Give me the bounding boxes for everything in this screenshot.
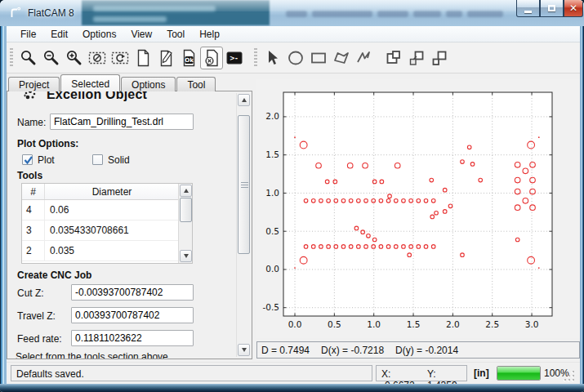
zoom-fit-icon <box>19 48 38 68</box>
copy-objects-icon <box>384 48 403 68</box>
new-project-button[interactable] <box>132 47 154 69</box>
plot-figure[interactable]: 0.00.51.01.52.02.53.0-0.50.00.51.01.52.0 <box>256 79 580 338</box>
svg-text:1.5: 1.5 <box>407 319 421 329</box>
travel-z-input[interactable] <box>71 307 194 323</box>
name-label: Name: <box>17 117 46 128</box>
paste-geometry-button[interactable] <box>428 47 451 69</box>
clear-plot-button[interactable] <box>86 47 109 69</box>
window-border-right <box>580 26 584 392</box>
tab-project[interactable]: Project <box>8 77 60 91</box>
svg-text:1.0: 1.0 <box>367 319 381 329</box>
pointer-tool-button[interactable] <box>261 47 284 69</box>
tool-number: 4 <box>22 200 45 220</box>
minimize-button[interactable] <box>516 0 540 17</box>
menu-bar: File Edit Options View Tool Help <box>7 26 580 42</box>
replot-icon <box>110 48 130 68</box>
solid-checkbox[interactable] <box>92 154 103 165</box>
svg-text:0.0: 0.0 <box>265 264 279 274</box>
scroll-down-arrow[interactable] <box>180 250 192 262</box>
close-button[interactable]: ✕ <box>564 0 583 17</box>
scrollbar-thumb[interactable] <box>180 198 192 222</box>
zoom-out-button[interactable] <box>40 47 63 69</box>
zoom-out-icon <box>42 48 61 68</box>
draw-rectangle-button[interactable] <box>307 47 330 69</box>
plot-checkbox-label: Plot <box>38 154 55 166</box>
plot-checkbox[interactable] <box>22 154 33 165</box>
scroll-up-arrow[interactable] <box>180 185 192 197</box>
zoom-fit-button[interactable] <box>17 47 40 69</box>
menu-edit[interactable]: Edit <box>43 27 75 42</box>
svg-text:1.5: 1.5 <box>265 149 279 159</box>
tool-number: 2 <box>22 241 45 261</box>
copy-objects-button[interactable] <box>382 47 405 69</box>
svg-text:0.5: 0.5 <box>328 319 341 329</box>
maximize-icon <box>548 5 555 11</box>
table-row[interactable]: 4 0.06 <box>22 200 192 220</box>
menu-view[interactable]: View <box>123 27 159 42</box>
menu-file[interactable]: File <box>13 27 43 42</box>
cut-z-input[interactable] <box>71 284 194 301</box>
tools-table-header[interactable]: # Diameter <box>22 184 192 200</box>
copy-geometry-icon <box>407 48 426 68</box>
new-file-icon <box>133 48 153 68</box>
scroll-up-arrow[interactable] <box>238 94 250 106</box>
window-border-bottom <box>0 384 584 392</box>
polyline-tool-icon <box>354 48 374 68</box>
aero-ghost-block <box>82 0 270 25</box>
measurement-box: D = 0.7494 D(x) = -0.7218 D(y) = -0.2014 <box>256 341 580 359</box>
command-line-button[interactable]: >- <box>223 47 246 69</box>
toolbar-grip[interactable] <box>10 48 13 68</box>
column-header-diameter[interactable]: Diameter <box>45 184 179 199</box>
file-ok-icon: Ok <box>179 48 198 68</box>
draw-circle-button[interactable] <box>284 47 307 69</box>
plot-options-label: Plot Options: <box>17 138 78 149</box>
delete-object-button[interactable] <box>200 47 223 69</box>
tab-selected[interactable]: Selected <box>60 74 120 91</box>
edit-file-icon <box>156 48 176 68</box>
tab-tool[interactable]: Tool <box>176 77 216 91</box>
plot-canvas[interactable]: 0.00.51.01.52.02.53.0-0.50.00.51.01.52.0 <box>256 79 580 338</box>
panel-scrollbar[interactable] <box>236 93 250 357</box>
measure-dy: D(y) = -0.2014 <box>395 345 458 358</box>
coord-x: X: -0.6672 <box>381 368 419 381</box>
rectangle-tool-icon <box>309 48 328 68</box>
table-row[interactable]: 2 0.035 <box>22 241 192 261</box>
flatcam-logo-icon <box>8 6 22 20</box>
tool-diameter: 0.0354330708661 <box>45 220 179 240</box>
tab-options[interactable]: Options <box>121 77 176 91</box>
open-project-button[interactable] <box>154 47 177 69</box>
feed-rate-input[interactable] <box>71 330 194 346</box>
copy-geometry-button[interactable] <box>405 47 428 69</box>
object-title: Excellon Object <box>47 91 147 102</box>
window-title: FlatCAM 8 <box>8 6 74 20</box>
column-header-number[interactable]: # <box>22 184 45 199</box>
resize-grip[interactable] <box>564 371 574 381</box>
tool-diameter: 0.035 <box>45 241 179 261</box>
toolbar-grip[interactable] <box>254 48 257 68</box>
svg-text:1.0: 1.0 <box>265 188 279 198</box>
flatcam-window: FlatCAM 8 ✕ File Edit Options View Tool … <box>0 0 584 392</box>
zoom-in-button[interactable] <box>63 47 86 69</box>
scroll-down-arrow[interactable] <box>238 344 250 356</box>
table-row[interactable]: 3 0.0354330708661 <box>22 220 192 241</box>
feed-rate-label: Feed rate: <box>17 333 62 345</box>
table-scrollbar[interactable] <box>178 184 192 263</box>
scrollbar-thumb[interactable] <box>238 115 250 254</box>
paste-geometry-icon <box>430 48 449 68</box>
menu-tool[interactable]: Tool <box>159 27 192 42</box>
replot-button[interactable] <box>109 47 132 69</box>
draw-polygon-button[interactable] <box>330 47 353 69</box>
maximize-button[interactable] <box>540 0 564 17</box>
minimize-icon <box>524 11 532 13</box>
svg-text:3.0: 3.0 <box>525 319 539 329</box>
object-name-input[interactable] <box>50 114 194 130</box>
menu-help[interactable]: Help <box>192 27 227 42</box>
measure-dx: D(x) = -0.7218 <box>321 345 384 358</box>
close-icon: ✕ <box>569 2 577 14</box>
tools-table: # Diameter 4 0.06 3 0.0354330708661 2 0.… <box>21 183 193 264</box>
draw-polyline-button[interactable] <box>353 47 376 69</box>
menu-options[interactable]: Options <box>75 27 123 42</box>
accept-object-button[interactable]: Ok <box>177 47 200 69</box>
tool-diameter: 0.06 <box>45 200 179 220</box>
svg-text:2.5: 2.5 <box>485 319 499 329</box>
